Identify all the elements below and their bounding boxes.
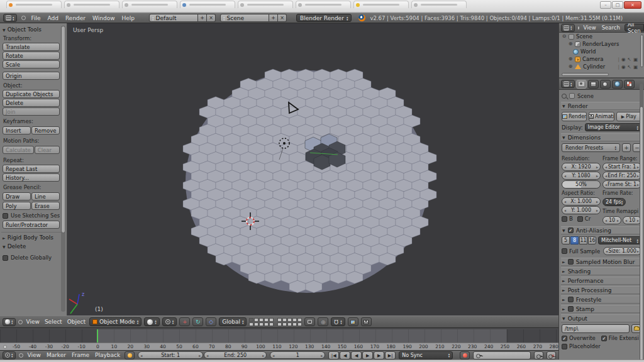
lock-to-scene-toggle[interactable]	[304, 317, 315, 326]
layer-toggle[interactable]	[249, 322, 253, 326]
menu-collapse-toggle[interactable]	[578, 26, 579, 30]
resolution-y-field[interactable]: Y: 1080	[562, 172, 601, 180]
jump-to-end-button[interactable]: ▶|	[385, 351, 396, 359]
join-button[interactable]: Join	[3, 107, 60, 116]
editor-type-selector[interactable]	[3, 351, 16, 359]
editor-type-selector[interactable]	[3, 318, 16, 326]
add-preset-button[interactable]: +	[622, 143, 631, 152]
remap-old-field[interactable]: 10	[602, 216, 621, 224]
gp-line-button[interactable]: Line	[31, 192, 60, 200]
insert-keyframes-button[interactable]	[534, 351, 543, 359]
menu-view[interactable]: View	[582, 25, 597, 31]
viewport-3d[interactable]: z User Persp (1)	[67, 23, 558, 315]
mode-select[interactable]: Object Mode	[89, 317, 142, 326]
outliner-item-world[interactable]: World	[559, 48, 644, 55]
resolution-x-field[interactable]: X: 1920	[562, 163, 601, 171]
aa-samples-8-button[interactable]: 8	[570, 236, 579, 244]
proportional-edit-toggle[interactable]: ◎	[318, 317, 328, 326]
opengl-render-button[interactable]	[348, 317, 358, 326]
aspect-x-field[interactable]: X: 1.000	[562, 197, 601, 206]
tab-render-layers[interactable]	[588, 80, 599, 89]
maximize-button[interactable]: □	[612, 1, 623, 9]
layer-toggle[interactable]	[259, 318, 264, 322]
gp-poly-button[interactable]: Poly	[3, 202, 31, 210]
tab-render[interactable]	[576, 80, 587, 89]
translate-button[interactable]: Translate	[3, 43, 60, 51]
post-processing-panel-header[interactable]: Post Processing	[561, 286, 642, 294]
hide-toggle-eye-icon[interactable]	[621, 57, 626, 62]
play-rendered-button[interactable]: Play	[616, 112, 641, 121]
antialiasing-panel-header[interactable]: Anti-Aliasing	[561, 226, 642, 234]
layer-toggle[interactable]	[254, 318, 258, 322]
menu-object[interactable]: Object	[66, 319, 87, 325]
play-button[interactable]: ▶	[362, 351, 373, 359]
minimize-button[interactable]: –	[600, 1, 611, 9]
tab-scene[interactable]	[600, 80, 611, 89]
remap-new-field[interactable]: 10	[623, 216, 641, 224]
screen-layout-field[interactable]: Default	[149, 14, 198, 22]
render-presets-select[interactable]: Render Presets	[562, 143, 620, 152]
browser-tab[interactable]	[353, 1, 409, 8]
file-extensions-checkbox[interactable]	[601, 336, 607, 341]
manipulator-toggle[interactable]: +	[179, 317, 190, 326]
transform-orientation-select[interactable]: Global	[219, 317, 247, 326]
collapse-icon[interactable]	[562, 34, 567, 39]
layer-toggle[interactable]	[292, 322, 297, 326]
browser-tab[interactable]	[296, 1, 351, 8]
object-tools-panel-header[interactable]: Object Tools	[3, 26, 60, 33]
remove-keyframe-button[interactable]: Remove	[31, 126, 60, 134]
outliner-item-renderlayers[interactable]: RenderLayers	[559, 40, 644, 48]
dimensions-panel-header[interactable]: Dimensions	[561, 133, 642, 141]
expand-icon[interactable]	[568, 41, 573, 47]
expand-icon[interactable]	[568, 57, 573, 62]
delete-layout-button[interactable]: ×	[207, 14, 216, 22]
ruler-protractor-button[interactable]: Ruler/Protractor	[3, 221, 60, 229]
menu-marker[interactable]: Marker	[45, 352, 67, 358]
scrollbar-thumb[interactable]	[61, 26, 65, 233]
shading-panel-header[interactable]: Shading	[561, 267, 642, 275]
expand-icon[interactable]	[568, 64, 573, 69]
browser-tab[interactable]	[180, 1, 235, 8]
outliner-item-camera[interactable]: Camera |	[559, 55, 644, 63]
layer-toggle[interactable]	[287, 318, 292, 322]
menu-collapse-toggle[interactable]	[21, 16, 26, 20]
layer-toggle[interactable]	[287, 322, 292, 326]
menu-render[interactable]: Render	[64, 15, 87, 21]
layer-toggle[interactable]	[297, 318, 302, 322]
delete-keyframes-button[interactable]: ×	[547, 351, 556, 359]
timeline-ruler[interactable]: -50-40-30-20-100102030405060708090100110…	[0, 343, 558, 350]
pin-icon[interactable]	[562, 94, 567, 99]
viewport-shading-select[interactable]	[144, 317, 160, 326]
layer-toggle[interactable]	[282, 322, 287, 326]
antialiasing-checkbox[interactable]	[568, 228, 574, 233]
rotate-manipulator[interactable]: ↻	[192, 317, 203, 326]
stamp-checkbox[interactable]	[568, 306, 574, 312]
browser-tab[interactable]	[64, 1, 119, 8]
aa-samples-11-button[interactable]: 11	[579, 236, 587, 244]
play-reverse-button[interactable]: ◀	[351, 351, 362, 359]
history-button[interactable]: History...	[3, 173, 60, 182]
crop-checkbox[interactable]	[577, 216, 583, 222]
renderable-toggle-icon[interactable]	[633, 57, 638, 62]
delete-panel-header[interactable]: Delete	[3, 243, 60, 250]
close-button[interactable]: ×	[624, 1, 641, 9]
editor-type-selector[interactable]	[561, 80, 575, 88]
layer-toggle[interactable]	[277, 318, 282, 322]
overwrite-checkbox[interactable]	[562, 336, 567, 341]
performance-panel-header[interactable]: Performance	[561, 277, 642, 285]
frame-step-field[interactable]: Frame St: 1	[602, 180, 641, 189]
sketching-sessions-checkbox[interactable]	[3, 213, 8, 219]
aa-filter-select[interactable]: Mitchell-Net	[598, 236, 641, 244]
display-mode-select[interactable]: Image Editor	[585, 123, 641, 131]
render-button[interactable]: Render	[562, 112, 587, 121]
aa-filter-size-field[interactable]: Size: 1.000	[603, 247, 641, 255]
selectable-toggle-icon[interactable]	[628, 64, 631, 70]
tab-world[interactable]	[612, 80, 623, 89]
gp-draw-button[interactable]: Draw	[3, 192, 31, 200]
menu-help[interactable]: Help	[121, 15, 136, 21]
render-panel-header[interactable]: Render	[561, 102, 642, 110]
layer-toggle[interactable]	[269, 322, 274, 326]
opengl-render-anim-button[interactable]	[361, 317, 372, 326]
aspect-y-field[interactable]: Y: 1.000	[562, 206, 601, 214]
render-engine-select[interactable]: Blender Render	[296, 14, 352, 22]
